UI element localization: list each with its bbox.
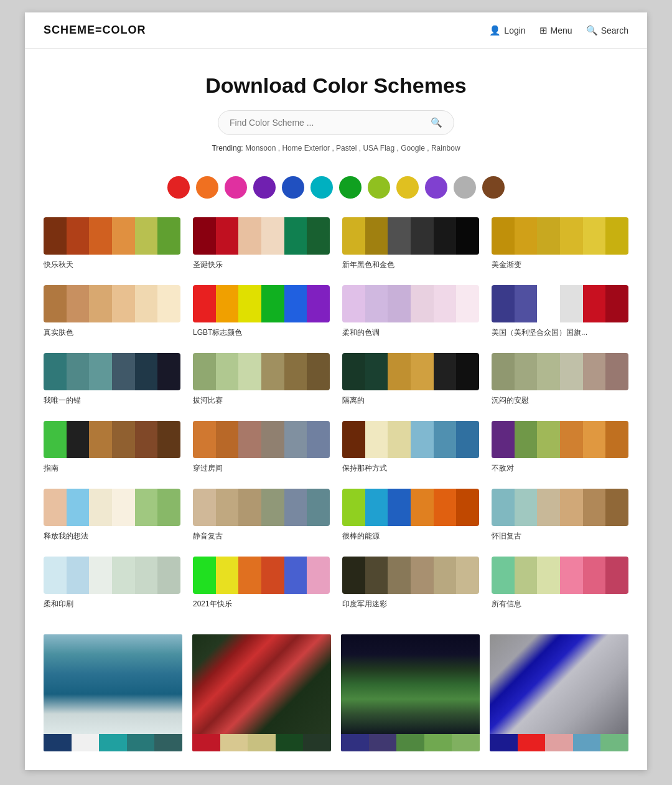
swatch-21-5 [307, 557, 330, 594]
swatch-21-0 [193, 557, 216, 594]
swatch-5-0 [193, 285, 216, 322]
swatch-4-1 [67, 285, 90, 322]
swatch-12-1 [67, 421, 90, 458]
scheme-card-18[interactable]: 很棒的能源 [342, 489, 479, 542]
photo-swatch-3-4 [600, 734, 628, 751]
color-circle-3[interactable] [253, 176, 276, 199]
scheme-name-2: 新年黑色和金色 [342, 260, 479, 270]
swatch-3-2 [537, 217, 560, 255]
swatch-9-5 [307, 353, 330, 390]
photo-image-1 [192, 634, 331, 734]
swatch-18-5 [456, 489, 479, 526]
scheme-card-16[interactable]: 释放我的想法 [44, 489, 180, 542]
swatch-14-4 [434, 421, 457, 458]
swatch-17-4 [284, 489, 307, 526]
scheme-card-10[interactable]: 隔离的 [342, 353, 479, 406]
swatch-21-1 [216, 557, 239, 594]
photo-card-2[interactable] [341, 634, 480, 751]
color-circle-0[interactable] [167, 176, 190, 199]
scheme-card-19[interactable]: 怀旧复古 [492, 489, 628, 542]
color-circle-6[interactable] [339, 176, 362, 199]
swatch-1-0 [193, 217, 216, 255]
swatch-4-5 [157, 285, 180, 322]
scheme-card-2[interactable]: 新年黑色和金色 [342, 217, 479, 270]
scheme-card-21[interactable]: 2021年快乐 [193, 557, 330, 609]
scheme-swatches-9 [193, 353, 330, 390]
photo-swatch-0-3 [127, 734, 155, 751]
scheme-name-15: 不敌对 [492, 463, 628, 474]
scheme-swatches-19 [492, 489, 628, 526]
scheme-card-6[interactable]: 柔和的色调 [342, 285, 479, 338]
trending-item-1[interactable]: Home Exterior [282, 144, 330, 153]
swatch-3-3 [560, 217, 583, 255]
swatch-5-5 [307, 285, 330, 322]
scheme-card-11[interactable]: 沉闷的安慰 [492, 353, 628, 406]
color-circle-2[interactable] [225, 176, 247, 199]
scheme-card-22[interactable]: 印度军用迷彩 [342, 557, 479, 609]
swatch-11-0 [492, 353, 515, 390]
swatch-13-3 [261, 421, 284, 458]
scheme-swatches-4 [44, 285, 180, 322]
scheme-card-5[interactable]: LGBT标志颜色 [193, 285, 330, 338]
photo-image-0 [44, 634, 182, 734]
scheme-swatches-14 [342, 421, 479, 458]
color-circle-7[interactable] [368, 176, 390, 199]
trending-item-5[interactable]: Rainbow [431, 144, 460, 153]
swatch-3-4 [583, 217, 606, 255]
color-circle-1[interactable] [196, 176, 218, 199]
scheme-card-1[interactable]: 圣诞快乐 [193, 217, 330, 270]
trending-item-4[interactable]: Google [401, 144, 425, 153]
color-circle-11[interactable] [482, 176, 505, 199]
menu-nav-item[interactable]: ⊞ Menu [539, 25, 572, 36]
color-circle-5[interactable] [310, 176, 333, 199]
scheme-swatches-22 [342, 557, 479, 594]
swatch-4-0 [44, 285, 67, 322]
swatch-0-3 [112, 217, 135, 255]
swatch-2-5 [456, 217, 479, 255]
scheme-card-9[interactable]: 拔河比赛 [193, 353, 330, 406]
search-bar[interactable]: 🔍 [218, 110, 454, 135]
scheme-swatches-1 [193, 217, 330, 255]
login-nav-item[interactable]: 👤 Login [489, 25, 525, 36]
logo[interactable]: SCHEME=COLOR [44, 24, 146, 37]
scheme-name-10: 隔离的 [342, 395, 479, 406]
scheme-card-8[interactable]: 我唯一的锚 [44, 353, 180, 406]
color-circle-8[interactable] [396, 176, 419, 199]
scheme-card-0[interactable]: 快乐秋天 [44, 217, 180, 270]
scheme-card-4[interactable]: 真实肤色 [44, 285, 180, 338]
photo-swatch-0-1 [72, 734, 100, 751]
swatch-11-4 [583, 353, 606, 390]
scheme-card-17[interactable]: 静音复古 [193, 489, 330, 542]
scheme-card-15[interactable]: 不敌对 [492, 421, 628, 474]
scheme-card-23[interactable]: 所有信息 [492, 557, 628, 609]
trending-item-2[interactable]: Pastel [336, 144, 357, 153]
scheme-card-7[interactable]: 美国（美利坚合众国）国旗... [492, 285, 628, 338]
swatch-7-5 [605, 285, 628, 322]
search-input[interactable] [230, 118, 431, 128]
color-circles [25, 176, 647, 199]
photo-card-1[interactable] [192, 634, 331, 751]
search-icon: 🔍 [586, 25, 598, 36]
search-bar-icon: 🔍 [431, 117, 442, 128]
search-nav-item[interactable]: 🔍 Search [586, 25, 628, 36]
scheme-card-12[interactable]: 指南 [44, 421, 180, 474]
swatch-19-2 [537, 489, 560, 526]
login-label: Login [504, 26, 525, 35]
color-circle-9[interactable] [425, 176, 447, 199]
trending-item-3[interactable]: USA Flag [363, 144, 394, 153]
scheme-card-20[interactable]: 柔和印刷 [44, 557, 180, 609]
swatch-8-3 [112, 353, 135, 390]
swatch-22-5 [456, 557, 479, 594]
scheme-card-3[interactable]: 美金渐变 [492, 217, 628, 270]
color-circle-10[interactable] [454, 176, 476, 199]
scheme-card-14[interactable]: 保持那种方式 [342, 421, 479, 474]
color-circle-4[interactable] [282, 176, 304, 199]
photo-card-3[interactable] [490, 634, 628, 751]
scheme-name-11: 沉闷的安慰 [492, 395, 628, 406]
swatch-3-5 [605, 217, 628, 255]
photo-card-0[interactable] [44, 634, 182, 751]
trending-item-0[interactable]: Monsoon [245, 144, 276, 153]
swatch-16-2 [89, 489, 112, 526]
scheme-name-6: 柔和的色调 [342, 327, 479, 338]
scheme-card-13[interactable]: 穿过房间 [193, 421, 330, 474]
